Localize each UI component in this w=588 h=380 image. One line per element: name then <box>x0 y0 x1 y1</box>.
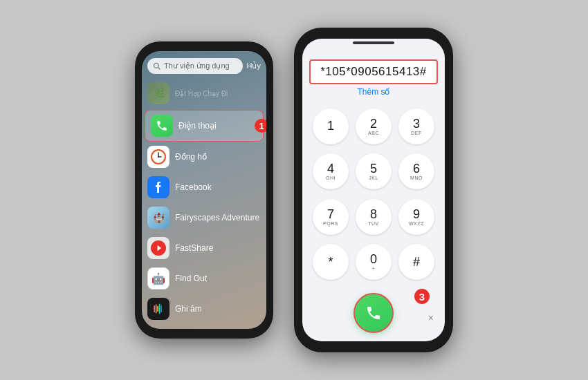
svg-line-1 <box>158 67 160 69</box>
svg-rect-11 <box>159 304 160 314</box>
fairy-app-icon: 🏰 <box>147 207 169 229</box>
clock-app-name: Đồng hồ <box>175 152 207 162</box>
right-phone: *105*0905615413# Thêm số 2 1 2 ABC 3 DEF <box>294 28 453 352</box>
phone-icon <box>156 120 168 132</box>
dial-key-3[interactable]: 3 DEF <box>398 108 434 144</box>
findout-app-icon: 🤖 <box>147 267 169 289</box>
step1-badge: 1 <box>255 119 266 133</box>
search-icon <box>153 62 161 70</box>
app-item-facebook[interactable]: Facebook <box>142 172 266 202</box>
dial-key-7[interactable]: 7 PQRS <box>313 199 349 235</box>
svg-rect-8 <box>154 305 155 312</box>
fastshare-app-icon <box>147 237 169 259</box>
dial-key-8[interactable]: 8 TUV <box>356 199 392 235</box>
step3-badge: 3 <box>414 289 430 304</box>
right-phone-screen: *105*0905615413# Thêm số 2 1 2 ABC 3 DEF <box>302 39 445 341</box>
findout-app-name: Find Out <box>175 274 207 283</box>
top-notch <box>353 41 394 44</box>
dial-key-hash[interactable]: # <box>398 244 434 280</box>
dial-key-4[interactable]: 4 GHI <box>313 153 349 189</box>
left-phone: Thư viện ứng dụng Hủy 🌿 Đặt Hợp Chạy Đi <box>135 41 273 339</box>
clock-app-icon <box>147 146 169 168</box>
facebook-app-icon <box>147 176 169 198</box>
ghiam-app-icon <box>147 298 169 320</box>
dialed-number-display: *105*0905615413# <box>309 59 438 84</box>
partial-app-icon: 🌿 <box>147 82 169 104</box>
dial-key-star[interactable]: * <box>313 244 349 280</box>
svg-point-6 <box>158 156 159 158</box>
fairy-app-name: Fairyscapes Adventure <box>175 213 259 222</box>
dialer-number-section: *105*0905615413# Thêm số 2 <box>302 50 445 99</box>
app-item-fairy[interactable]: 🏰 Fairyscapes Adventure <box>142 202 266 233</box>
add-number-link[interactable]: Thêm số <box>357 87 389 97</box>
app-item-findout[interactable]: 🤖 Find Out <box>142 263 266 294</box>
clock-icon <box>150 149 167 165</box>
left-phone-screen: Thư viện ứng dụng Hủy 🌿 Đặt Hợp Chạy Đi <box>142 51 266 329</box>
dialer-bottom: 3 × <box>302 289 445 341</box>
app-item-clock[interactable]: Đồng hồ <box>142 142 266 172</box>
dial-key-6[interactable]: 6 MNO <box>398 153 434 189</box>
ghiam-icon <box>151 302 165 316</box>
partial-app-item: 🌿 Đặt Hợp Chạy Đi <box>142 78 266 108</box>
partial-app-name: Đặt Hợp Chạy Đi <box>175 90 228 97</box>
svg-rect-12 <box>160 305 162 312</box>
cancel-button[interactable]: Hủy <box>247 61 261 70</box>
dial-key-9[interactable]: 9 WXYZ <box>398 199 434 235</box>
call-icon <box>365 305 382 321</box>
dial-key-1[interactable]: 1 <box>313 108 349 144</box>
fastshare-icon <box>151 240 166 256</box>
search-placeholder-text: Thư viện ứng dụng <box>164 61 230 70</box>
dial-key-0[interactable]: 0 + <box>356 244 392 280</box>
search-bar-area: Thư viện ứng dụng Hủy <box>142 51 266 78</box>
facebook-icon <box>152 180 165 194</box>
svg-rect-10 <box>157 306 158 312</box>
phone-app-icon <box>151 115 173 137</box>
dialer-grid: 1 2 ABC 3 DEF 4 GHI 5 JKL <box>302 99 445 289</box>
svg-point-0 <box>154 63 159 68</box>
search-bar[interactable]: Thư viện ứng dụng <box>147 58 243 74</box>
dial-key-2[interactable]: 2 ABC <box>356 108 392 144</box>
call-button[interactable] <box>353 293 394 333</box>
ghiam-app-name: Ghi âm <box>175 304 202 314</box>
delete-button[interactable]: × <box>428 312 434 323</box>
fastshare-app-name: FastShare <box>175 243 213 253</box>
app-list: Điện thoại 1 Đồng hồ <box>142 108 266 329</box>
app-item-fastshare[interactable]: FastShare <box>142 233 266 263</box>
phone-app-name: Điện thoại <box>178 121 217 131</box>
svg-rect-9 <box>156 304 157 313</box>
app-item-ghiam[interactable]: Ghi âm <box>142 294 266 324</box>
facebook-app-name: Facebook <box>175 182 212 192</box>
main-container: Thư viện ứng dụng Hủy 🌿 Đặt Hợp Chạy Đi <box>135 28 453 352</box>
app-item-phone[interactable]: Điện thoại 1 <box>145 110 264 142</box>
dial-key-5[interactable]: 5 JKL <box>356 153 392 189</box>
